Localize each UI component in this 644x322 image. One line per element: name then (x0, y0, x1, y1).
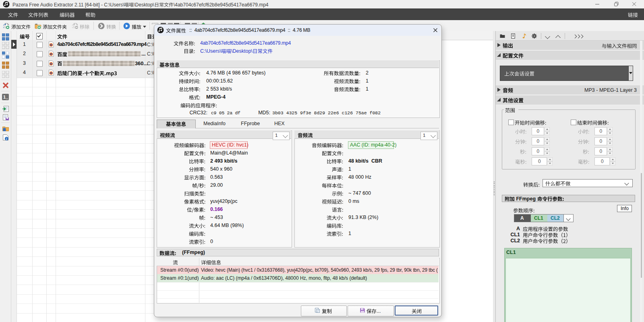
svg-text:1: 1 (3, 95, 6, 99)
